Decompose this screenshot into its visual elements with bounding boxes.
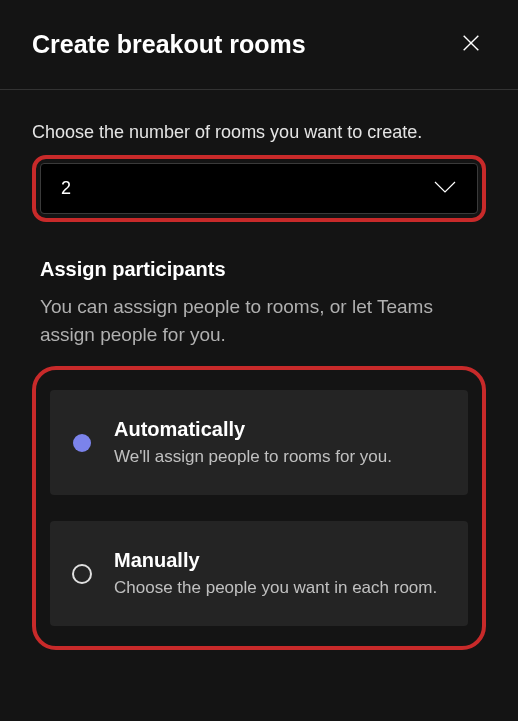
dialog-header: Create breakout rooms (0, 0, 518, 90)
option-automatically-desc: We'll assign people to rooms for you. (114, 447, 446, 467)
option-automatically-title: Automatically (114, 418, 446, 441)
close-button[interactable] (456, 28, 486, 61)
radio-unselected-icon (72, 564, 92, 584)
radio-selected-icon (72, 433, 92, 453)
assign-options-highlight: Automatically We'll assign people to roo… (32, 366, 486, 650)
assign-title: Assign participants (40, 258, 478, 281)
option-manually-desc: Choose the people you want in each room. (114, 578, 446, 598)
option-manually-text: Manually Choose the people you want in e… (114, 549, 446, 598)
room-count-prompt: Choose the number of rooms you want to c… (32, 122, 486, 143)
room-count-value: 2 (61, 178, 71, 199)
option-automatically-text: Automatically We'll assign people to roo… (114, 418, 446, 467)
assign-section: Assign participants You can asssign peop… (32, 258, 486, 348)
room-count-dropdown[interactable]: 2 (40, 163, 478, 214)
chevron-down-icon (433, 180, 457, 198)
option-automatically[interactable]: Automatically We'll assign people to roo… (50, 390, 468, 495)
option-manually[interactable]: Manually Choose the people you want in e… (50, 521, 468, 626)
dialog-content: Choose the number of rooms you want to c… (0, 90, 518, 670)
option-manually-title: Manually (114, 549, 446, 572)
assign-description: You can asssign people to rooms, or let … (40, 293, 478, 348)
close-icon (460, 32, 482, 57)
room-count-highlight: 2 (32, 155, 486, 222)
dialog-title: Create breakout rooms (32, 30, 306, 59)
